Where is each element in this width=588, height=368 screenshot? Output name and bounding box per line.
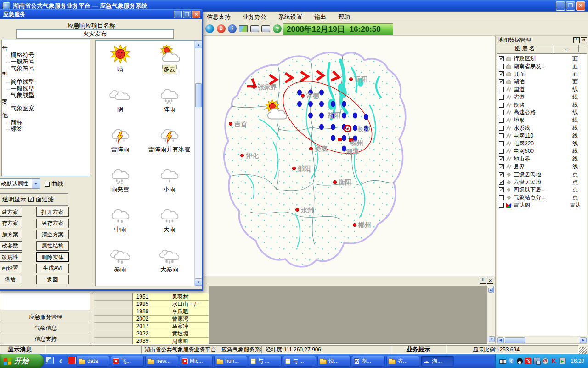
symbol-vscrollbar[interactable]: ▲ ▼ [194,41,202,286]
nav-button-信息支持[interactable]: 信息支持 [0,334,91,344]
printer-icon[interactable] [250,25,259,32]
taskbar-button-湖...[interactable]: W湖... [352,356,385,367]
layer-checkbox[interactable] [499,71,504,76]
dialog-button-清空方案[interactable]: 清空方案 [36,230,69,239]
help-icon[interactable]: ? [273,24,282,33]
layer-checkbox[interactable] [499,164,504,169]
layer-row[interactable]: 行政区划面 [497,55,587,63]
layer-checkbox[interactable] [499,187,504,192]
dialog-minimize-button[interactable]: _ [174,11,182,18]
layer-checkbox[interactable] [499,118,504,123]
layer-row[interactable]: 县面面 [497,70,587,78]
layer-row[interactable]: 四级以下居...点 [497,186,587,194]
layer-checkbox[interactable] [499,95,504,100]
tree-item[interactable]: ⋯标签 [2,126,90,132]
scroll-down-icon[interactable]: ▼ [489,336,495,342]
table-row[interactable]: 1985水口山一厂 [94,301,209,308]
layer-checkbox[interactable] [499,156,504,161]
taskbar-button-飞...[interactable]: 飞... [111,356,144,367]
tree-item[interactable]: ⋯气象线型 [2,92,90,99]
browser-icon[interactable]: e [57,356,65,364]
layer-checkbox[interactable] [499,56,504,61]
layer-checkbox[interactable] [499,141,504,146]
dialog-button-改参数[interactable]: 改参数 [0,241,22,251]
weather-symbol-小雨[interactable]: 小雨 [145,165,194,205]
menu-item-帮助[interactable]: 帮助 [338,13,350,21]
taskbar-button-省...[interactable]: 省... [386,356,419,367]
column-layer-name[interactable]: 图 层 名 [497,45,553,52]
layer-checkbox[interactable] [499,87,504,92]
show-desktop-icon[interactable] [46,356,54,364]
weather-symbol-暴雨[interactable]: 暴雨 [96,245,145,285]
tree-item[interactable]: ⋯气象符号 [2,65,90,72]
table-row[interactable]: 1989冬瓜咀 [94,308,209,316]
scroll-down-icon[interactable]: ▼ [195,278,202,286]
menu-item-业务办公[interactable]: 业务办公 [243,13,266,21]
bottom-vscrollbar[interactable]: ▲ ▼ [488,286,495,344]
dialog-button-加方案[interactable]: 加方案 [0,230,22,239]
dialog-button-存方案[interactable]: 存方案 [0,218,22,228]
column-dots[interactable]: . . . [553,45,579,52]
layer-checkbox[interactable] [499,133,504,138]
menu-item-信息支持[interactable]: 信息支持 [207,13,231,21]
layer-row[interactable]: 高速公路线 [497,109,587,117]
messenger-tray-icon[interactable]: ❮ [508,358,515,364]
qq-tray-icon[interactable] [517,358,523,364]
weather-symbol-晴[interactable]: 晴 [96,45,145,85]
scroll-up-icon[interactable]: ▲ [195,41,202,48]
dialog-button-返回[interactable]: 返回 [36,275,69,284]
weather-symbol-多云[interactable]: 多云 [145,45,194,85]
mute-tray-icon[interactable]: ∅ [542,358,548,364]
curve-checkbox[interactable] [45,182,50,187]
stop-icon[interactable]: 0 [217,24,226,33]
keyboard-tray-icon[interactable] [499,359,506,364]
table-row[interactable]: 2002曾家湾 [94,316,209,323]
info-icon[interactable]: i [228,24,237,33]
restore-button[interactable]: ❐ [566,1,575,11]
printer2-icon[interactable] [261,25,270,32]
weather-symbol-中雨[interactable]: 中雨 [96,205,145,245]
image-icon[interactable] [239,25,248,32]
layer-checkbox[interactable] [499,203,504,208]
tree-item[interactable]: ⋯气象图案 [2,105,90,112]
tree-item[interactable]: ⋯栅格符号 [2,52,90,59]
weather-symbol-partial[interactable] [145,285,194,285]
weather-symbol-partial[interactable] [96,285,145,285]
taskbar-button-data[interactable]: data [76,356,109,367]
taskbar-button-与 ...[interactable]: 与 ... [249,356,282,367]
dialog-button-生成AVI[interactable]: 生成AVI [36,264,69,273]
dialog-button-删除实体[interactable]: 删除实体 [36,252,69,262]
panel-close-icon[interactable]: ✕ [581,37,587,43]
dialog-close-button[interactable]: ✕ [192,11,200,18]
tree-item[interactable]: ⋯简单线型 [2,79,90,86]
weather-symbol-雨夹雪[interactable]: 雨夹雪 [96,165,145,205]
layer-row[interactable]: 地市界线 [497,155,587,163]
table-row[interactable]: 2017马家冲 [94,323,209,330]
app-icon[interactable] [68,356,76,364]
layer-row[interactable]: 湖泊面 [497,78,587,86]
nav-button-应急服务管理[interactable]: 应急服务管理 [0,312,91,322]
scroll-thumb[interactable] [493,286,494,293]
taskbar-button-new...[interactable]: new... [145,356,178,367]
menu-item-输出[interactable]: 输出 [314,13,326,21]
layer-checkbox[interactable] [499,195,504,200]
layer-checkbox[interactable] [499,110,504,115]
map-canvas[interactable]: 张家界岳阳常德益阳长沙吉首娄底株州湘潭怀化邵阳衡阳永州郴州 [204,36,495,276]
scroll-thumb[interactable] [505,337,525,343]
menu-item-系统设置[interactable]: 系统设置 [278,13,302,21]
dialog-restore-button[interactable]: ❐ [183,11,191,18]
minimize-button[interactable]: _ [556,1,565,11]
layer-checkbox[interactable] [499,172,504,177]
default-attr-combobox[interactable]: 改默认属性 ▼ [0,178,40,189]
bottom-close-icon[interactable]: ✕ [487,278,493,284]
layer-row[interactable]: 电网500线 [497,148,587,155]
tree-item[interactable]: ⋯一般线型 [2,86,90,92]
weather-symbol-大暴雨[interactable]: 大暴雨 [145,245,194,285]
layer-row[interactable]: 气象站点分...点 [497,194,587,201]
layer-row[interactable]: 县界线 [497,163,587,171]
taskbar-button-与 ...[interactable]: 与 ... [283,356,316,367]
layer-row[interactable]: 地形线 [497,116,587,124]
tree-item[interactable]: 号 [2,45,90,52]
layer-row[interactable]: 国道线 [497,86,587,93]
kaspersky-tray-icon[interactable] [550,358,557,364]
